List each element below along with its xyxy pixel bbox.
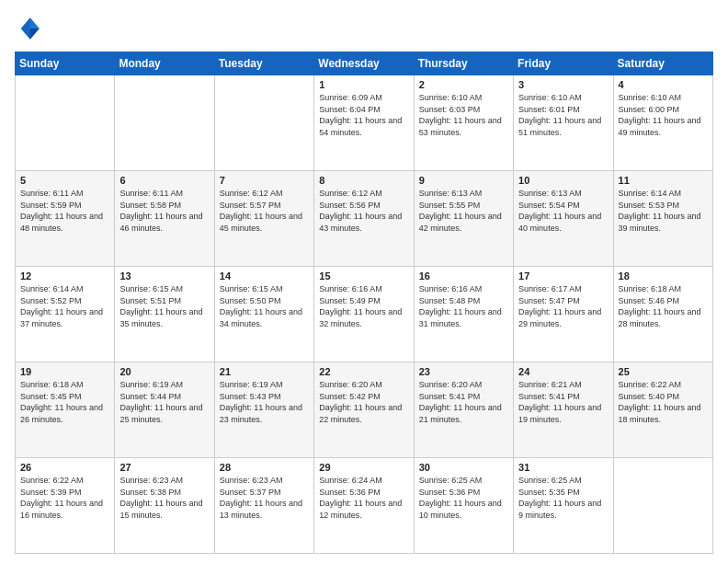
calendar-table: SundayMondayTuesdayWednesdayThursdayFrid… (15, 52, 713, 554)
calendar-cell: 8Sunrise: 6:12 AM Sunset: 5:56 PM Daylig… (314, 171, 414, 267)
day-info: Sunrise: 6:17 AM Sunset: 5:47 PM Dayligh… (518, 283, 608, 329)
day-info: Sunrise: 6:18 AM Sunset: 5:46 PM Dayligh… (619, 283, 708, 329)
logo-icon (15, 15, 42, 42)
day-info: Sunrise: 6:16 AM Sunset: 5:49 PM Dayligh… (319, 283, 408, 329)
day-info: Sunrise: 6:13 AM Sunset: 5:54 PM Dayligh… (518, 188, 608, 234)
week-row-0: 1Sunrise: 6:09 AM Sunset: 6:04 PM Daylig… (16, 75, 713, 171)
calendar-cell: 14Sunrise: 6:15 AM Sunset: 5:50 PM Dayli… (214, 267, 313, 362)
calendar-cell (613, 458, 712, 554)
day-info: Sunrise: 6:23 AM Sunset: 5:38 PM Dayligh… (119, 475, 209, 521)
calendar-cell: 24Sunrise: 6:21 AM Sunset: 5:41 PM Dayli… (514, 362, 613, 458)
day-number: 17 (518, 270, 608, 282)
day-number: 29 (319, 462, 408, 473)
day-number: 8 (319, 175, 408, 186)
day-info: Sunrise: 6:21 AM Sunset: 5:41 PM Dayligh… (518, 379, 608, 425)
svg-marker-1 (30, 17, 40, 29)
calendar-cell: 7Sunrise: 6:12 AM Sunset: 5:57 PM Daylig… (214, 171, 313, 267)
calendar-cell: 10Sunrise: 6:13 AM Sunset: 5:54 PM Dayli… (514, 171, 613, 267)
day-number: 3 (518, 79, 608, 90)
weekday-header-thursday: Thursday (414, 52, 513, 75)
day-number: 7 (220, 175, 309, 186)
day-number: 5 (20, 175, 109, 186)
day-number: 16 (419, 270, 508, 282)
day-info: Sunrise: 6:23 AM Sunset: 5:37 PM Dayligh… (220, 475, 309, 521)
day-number: 28 (220, 462, 309, 473)
day-number: 15 (319, 270, 408, 282)
day-number: 24 (518, 366, 608, 377)
calendar-cell: 4Sunrise: 6:10 AM Sunset: 6:00 PM Daylig… (613, 75, 712, 171)
day-info: Sunrise: 6:20 AM Sunset: 5:42 PM Dayligh… (319, 379, 408, 425)
day-number: 25 (619, 366, 708, 377)
day-info: Sunrise: 6:13 AM Sunset: 5:55 PM Dayligh… (419, 188, 508, 234)
day-number: 12 (20, 270, 109, 282)
calendar-cell: 30Sunrise: 6:25 AM Sunset: 5:36 PM Dayli… (414, 458, 513, 554)
weekday-header-saturday: Saturday (613, 52, 712, 75)
day-number: 30 (419, 462, 508, 473)
calendar-cell: 9Sunrise: 6:13 AM Sunset: 5:55 PM Daylig… (414, 171, 513, 267)
day-number: 4 (619, 79, 708, 90)
calendar-cell (214, 75, 313, 171)
calendar-cell: 6Sunrise: 6:11 AM Sunset: 5:58 PM Daylig… (115, 171, 214, 267)
day-number: 22 (319, 366, 408, 377)
logo (15, 15, 46, 42)
day-number: 1 (319, 79, 408, 90)
day-number: 2 (419, 79, 508, 90)
calendar-cell: 20Sunrise: 6:19 AM Sunset: 5:44 PM Dayli… (115, 362, 214, 458)
day-info: Sunrise: 6:10 AM Sunset: 6:01 PM Dayligh… (518, 92, 608, 138)
week-row-1: 5Sunrise: 6:11 AM Sunset: 5:59 PM Daylig… (16, 171, 713, 267)
weekday-header-row: SundayMondayTuesdayWednesdayThursdayFrid… (16, 52, 713, 75)
day-number: 27 (119, 462, 209, 473)
calendar-cell: 31Sunrise: 6:25 AM Sunset: 5:35 PM Dayli… (514, 458, 613, 554)
day-number: 23 (419, 366, 508, 377)
calendar-cell (115, 75, 214, 171)
calendar-cell: 23Sunrise: 6:20 AM Sunset: 5:41 PM Dayli… (414, 362, 513, 458)
calendar-cell: 28Sunrise: 6:23 AM Sunset: 5:37 PM Dayli… (214, 458, 313, 554)
day-info: Sunrise: 6:12 AM Sunset: 5:56 PM Dayligh… (319, 188, 408, 234)
calendar-cell: 11Sunrise: 6:14 AM Sunset: 5:53 PM Dayli… (613, 171, 712, 267)
calendar-cell: 12Sunrise: 6:14 AM Sunset: 5:52 PM Dayli… (16, 267, 115, 362)
calendar-cell: 22Sunrise: 6:20 AM Sunset: 5:42 PM Dayli… (314, 362, 414, 458)
calendar-cell: 19Sunrise: 6:18 AM Sunset: 5:45 PM Dayli… (16, 362, 115, 458)
calendar-cell: 5Sunrise: 6:11 AM Sunset: 5:59 PM Daylig… (16, 171, 115, 267)
day-info: Sunrise: 6:19 AM Sunset: 5:44 PM Dayligh… (119, 379, 209, 425)
weekday-header-friday: Friday (514, 52, 613, 75)
day-info: Sunrise: 6:16 AM Sunset: 5:48 PM Dayligh… (419, 283, 508, 329)
day-info: Sunrise: 6:10 AM Sunset: 6:00 PM Dayligh… (619, 92, 708, 138)
day-info: Sunrise: 6:25 AM Sunset: 5:36 PM Dayligh… (419, 475, 508, 521)
calendar-cell: 3Sunrise: 6:10 AM Sunset: 6:01 PM Daylig… (514, 75, 613, 171)
day-number: 19 (20, 366, 109, 377)
weekday-header-monday: Monday (115, 52, 214, 75)
day-number: 18 (619, 270, 708, 282)
weekday-header-wednesday: Wednesday (314, 52, 414, 75)
calendar-cell: 15Sunrise: 6:16 AM Sunset: 5:49 PM Dayli… (314, 267, 414, 362)
day-info: Sunrise: 6:12 AM Sunset: 5:57 PM Dayligh… (220, 188, 309, 234)
day-info: Sunrise: 6:24 AM Sunset: 5:36 PM Dayligh… (319, 475, 408, 521)
page: SundayMondayTuesdayWednesdayThursdayFrid… (0, 0, 728, 563)
svg-marker-2 (30, 29, 40, 40)
day-number: 9 (419, 175, 508, 186)
calendar-cell: 2Sunrise: 6:10 AM Sunset: 6:03 PM Daylig… (414, 75, 513, 171)
weekday-header-sunday: Sunday (16, 52, 115, 75)
calendar-cell: 17Sunrise: 6:17 AM Sunset: 5:47 PM Dayli… (514, 267, 613, 362)
day-info: Sunrise: 6:18 AM Sunset: 5:45 PM Dayligh… (20, 379, 109, 425)
day-info: Sunrise: 6:20 AM Sunset: 5:41 PM Dayligh… (419, 379, 508, 425)
day-info: Sunrise: 6:15 AM Sunset: 5:50 PM Dayligh… (220, 283, 309, 329)
header (15, 15, 713, 42)
day-info: Sunrise: 6:14 AM Sunset: 5:53 PM Dayligh… (619, 188, 708, 234)
week-row-4: 26Sunrise: 6:22 AM Sunset: 5:39 PM Dayli… (16, 458, 713, 554)
day-number: 31 (518, 462, 608, 473)
day-number: 6 (119, 175, 209, 186)
day-info: Sunrise: 6:22 AM Sunset: 5:39 PM Dayligh… (20, 475, 109, 521)
day-info: Sunrise: 6:19 AM Sunset: 5:43 PM Dayligh… (220, 379, 309, 425)
day-info: Sunrise: 6:22 AM Sunset: 5:40 PM Dayligh… (619, 379, 708, 425)
calendar-cell: 21Sunrise: 6:19 AM Sunset: 5:43 PM Dayli… (214, 362, 313, 458)
day-number: 14 (220, 270, 309, 282)
calendar-cell: 1Sunrise: 6:09 AM Sunset: 6:04 PM Daylig… (314, 75, 414, 171)
day-number: 13 (119, 270, 209, 282)
day-info: Sunrise: 6:11 AM Sunset: 5:58 PM Dayligh… (119, 188, 209, 234)
day-number: 20 (119, 366, 209, 377)
calendar-cell: 27Sunrise: 6:23 AM Sunset: 5:38 PM Dayli… (115, 458, 214, 554)
day-info: Sunrise: 6:11 AM Sunset: 5:59 PM Dayligh… (20, 188, 109, 234)
calendar-cell: 18Sunrise: 6:18 AM Sunset: 5:46 PM Dayli… (613, 267, 712, 362)
day-info: Sunrise: 6:09 AM Sunset: 6:04 PM Dayligh… (319, 92, 408, 138)
